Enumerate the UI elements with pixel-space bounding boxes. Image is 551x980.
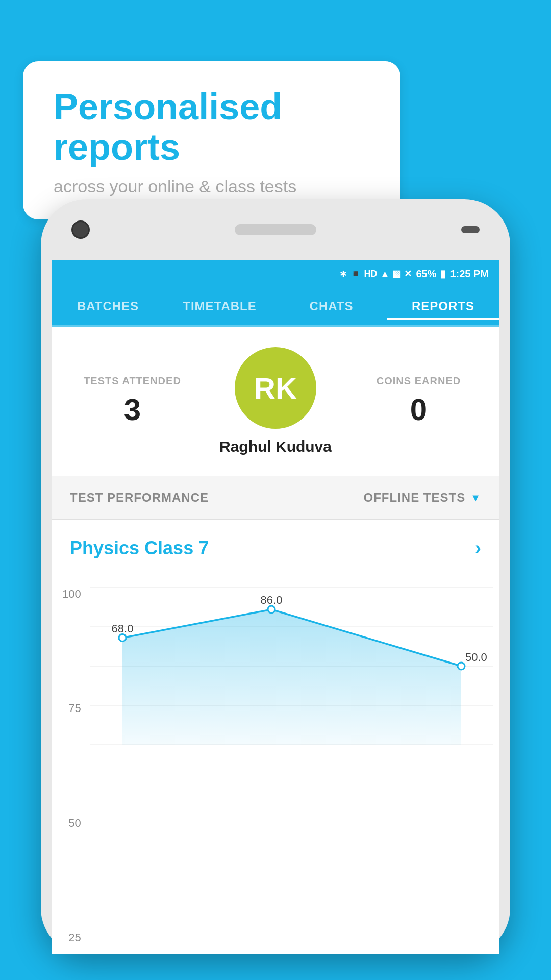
data-label-3: 50.0 [465,651,487,664]
y-label-100: 100 [62,587,81,601]
avatar: RK [235,347,316,429]
speech-bubble: Personalised reports across your online … [23,61,400,219]
coins-earned-box: COINS EARNED 0 [354,375,484,427]
data-label-2: 86.0 [261,594,283,606]
tab-reports[interactable]: REPORTS [387,294,499,320]
nav-tabs: BATCHES TIMETABLE CHATS REPORTS [52,287,499,327]
data-point-1 [119,634,126,642]
coins-earned-label: COINS EARNED [354,375,484,387]
speaker [235,224,316,235]
bubble-subtitle: across your online & class tests [54,177,370,197]
avatar-section: RK Raghul Kuduva [197,347,354,455]
status-icons: ∗ ◾ HD ▲ ▩ ✕ [339,268,412,279]
test-performance-label: TEST PERFORMANCE [70,491,209,505]
front-sensor [461,226,480,233]
class-name: Physics Class 7 [70,537,209,559]
data-label-1: 68.0 [112,622,134,635]
status-bar: ∗ ◾ HD ▲ ▩ ✕ 65% ▮ 1:25 PM [52,260,499,287]
hd-icon: HD [364,268,378,279]
battery-icon: ▮ [440,267,446,280]
chart-section: 100 75 50 25 [52,577,499,954]
phone-frame: ∗ ◾ HD ▲ ▩ ✕ 65% ▮ 1:25 PM BATCHES TIMET… [41,199,510,954]
coins-earned-value: 0 [354,392,484,427]
tab-batches[interactable]: BATCHES [52,294,164,318]
time-display: 1:25 PM [450,268,489,280]
y-label-25: 25 [68,931,81,944]
tab-chats[interactable]: CHATS [276,294,387,318]
profile-section: TESTS ATTENDED 3 RK Raghul Kuduva COINS … [52,327,499,476]
vibrate-icon: ◾ [350,268,361,279]
bluetooth-icon: ∗ [339,268,347,279]
phone-top [41,199,510,260]
signal-icon: ▩ [392,268,401,279]
camera [71,220,90,239]
tab-timetable[interactable]: TIMETABLE [164,294,276,318]
y-label-50: 50 [68,817,81,830]
dropdown-arrow-icon: ▼ [470,492,481,504]
nosim-icon: ✕ [404,268,412,279]
user-name: Raghul Kuduva [219,438,332,455]
data-point-2 [268,606,275,613]
phone-screen: ∗ ◾ HD ▲ ▩ ✕ 65% ▮ 1:25 PM BATCHES TIMET… [52,260,499,954]
chart-area [122,609,461,745]
data-point-3 [458,663,465,670]
wifi-icon: ▲ [381,268,390,279]
chart-svg: 68.0 86.0 50.0 [90,587,493,746]
chart-container: 68.0 86.0 50.0 [90,587,494,949]
test-performance-section: TEST PERFORMANCE OFFLINE TESTS ▼ [52,476,499,520]
tests-attended-box: TESTS ATTENDED 3 [67,375,197,427]
y-axis: 100 75 50 25 [62,587,81,944]
battery-level: 65% [416,268,436,280]
offline-tests-button[interactable]: OFFLINE TESTS ▼ [364,491,481,505]
chevron-right-icon: › [475,537,481,559]
tests-attended-label: TESTS ATTENDED [67,375,197,387]
offline-tests-label: OFFLINE TESTS [364,491,466,505]
bubble-title: Personalised reports [54,87,370,167]
y-label-75: 75 [68,702,81,715]
avatar-initials: RK [254,371,297,405]
tests-attended-value: 3 [67,392,197,427]
class-row[interactable]: Physics Class 7 › [52,520,499,577]
